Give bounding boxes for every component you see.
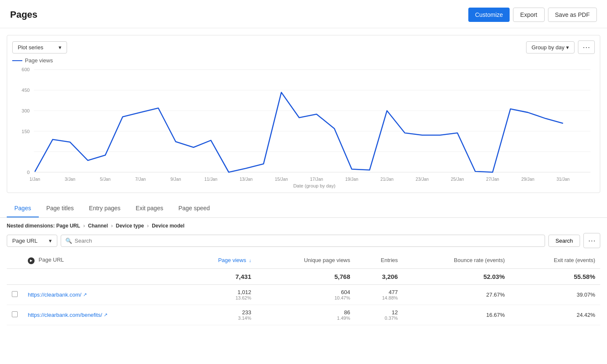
- svg-text:150: 150: [21, 129, 30, 134]
- page-title: Pages: [10, 9, 38, 20]
- svg-text:450: 450: [21, 88, 30, 93]
- svg-text:300: 300: [21, 108, 30, 113]
- table-section: Nested dimensions: Page URL › Channel › …: [0, 218, 607, 330]
- tab-page-titles[interactable]: Page titles: [39, 200, 81, 217]
- arrow-icon-2: ›: [111, 223, 113, 229]
- chart-legend: Page views: [12, 57, 595, 64]
- group-by-select[interactable]: Group by day ▾: [526, 41, 575, 54]
- row-page-views-1: 1,012 13.62%: [180, 284, 256, 305]
- chart-top: Plot series ▾ Group by day ▾ ⋯: [12, 40, 595, 54]
- search-button[interactable]: Search: [548, 235, 580, 247]
- chart-area: 600 450 300 150 0 1/Jan 3/Jan 5/Jan 7/Ja…: [12, 65, 595, 187]
- plot-series-select[interactable]: Plot series ▾: [12, 41, 67, 54]
- svg-text:25/Jan: 25/Jan: [451, 177, 464, 182]
- plot-series-label: Plot series: [18, 44, 43, 51]
- search-icon: 🔍: [65, 238, 72, 244]
- svg-text:31/Jan: 31/Jan: [556, 177, 569, 182]
- tab-entry-pages[interactable]: Entry pages: [81, 200, 128, 217]
- row-page-views-pct-1: 13.62%: [185, 295, 251, 300]
- totals-entries: 3,206: [355, 268, 403, 284]
- tab-page-speed[interactable]: Page speed: [171, 200, 218, 217]
- search-input[interactable]: [75, 238, 540, 244]
- arrow-icon-3: ›: [147, 223, 149, 229]
- svg-text:3/Jan: 3/Jan: [65, 177, 75, 182]
- tab-exit-pages[interactable]: Exit pages: [128, 200, 171, 217]
- svg-text:13/Jan: 13/Jan: [239, 177, 252, 182]
- svg-text:15/Jan: 15/Jan: [275, 177, 288, 182]
- row-bounce-1: 27.67%: [403, 284, 510, 305]
- col-unique-page-views[interactable]: Unique page views: [256, 252, 355, 268]
- totals-label: [23, 268, 180, 284]
- chart-section: Plot series ▾ Group by day ▾ ⋯ Page view…: [7, 35, 600, 193]
- checkbox-1[interactable]: [12, 291, 18, 297]
- svg-text:29/Jan: 29/Jan: [521, 177, 534, 182]
- tabs-section: Pages Page titles Entry pages Exit pages…: [0, 200, 607, 218]
- col-checkbox: [7, 252, 23, 268]
- svg-text:11/Jan: 11/Jan: [204, 177, 218, 182]
- svg-text:1/Jan: 1/Jan: [30, 177, 40, 182]
- nested-dimensions: Nested dimensions: Page URL › Channel › …: [7, 223, 600, 229]
- play-col-icon: ▶: [28, 257, 35, 264]
- row-unique-views-pct-1: 10.47%: [261, 295, 350, 300]
- chevron-down-icon: ▾: [59, 44, 62, 51]
- chevron-down-icon: ▾: [566, 44, 569, 51]
- totals-checkbox: [7, 268, 23, 284]
- row-unique-views-2: 86 1.49%: [256, 305, 355, 325]
- totals-unique-page-views: 5,768: [256, 268, 355, 284]
- nested-dims-label: Nested dimensions:: [7, 223, 55, 229]
- svg-text:0: 0: [27, 170, 30, 175]
- dimension-select-label: Page URL: [12, 238, 38, 244]
- line-chart: 600 450 300 150 0 1/Jan 3/Jan 5/Jan 7/Ja…: [12, 65, 595, 187]
- svg-text:9/Jan: 9/Jan: [170, 177, 181, 182]
- svg-text:17/Jan: 17/Jan: [310, 177, 323, 182]
- table-controls: Page URL ▾ 🔍 Search ⋯: [7, 233, 600, 248]
- chevron-down-icon: ▾: [49, 238, 52, 244]
- svg-text:5/Jan: 5/Jan: [100, 177, 110, 182]
- row-page-views-2: 233 3.14%: [180, 305, 256, 325]
- url-link-2[interactable]: https://clearbank.com/benefits/ ↗: [28, 312, 175, 318]
- row-exit-2: 24.42%: [510, 305, 600, 325]
- nested-dim-4: Device model: [152, 223, 184, 229]
- row-entries-2: 12 0.37%: [355, 305, 403, 325]
- chart-top-right: Group by day ▾ ⋯: [526, 40, 595, 54]
- nested-dim-1: Page URL: [56, 223, 80, 229]
- svg-text:27/Jan: 27/Jan: [486, 177, 499, 182]
- row-unique-views-1: 604 10.47%: [256, 284, 355, 305]
- dimension-select[interactable]: Page URL ▾: [7, 235, 57, 247]
- totals-page-views: 7,431: [180, 268, 256, 284]
- search-box: 🔍: [61, 235, 545, 247]
- row-entries-pct-2: 0.37%: [360, 316, 398, 321]
- export-button[interactable]: Export: [513, 8, 544, 22]
- col-bounce-rate[interactable]: Bounce rate (events): [403, 252, 510, 268]
- tab-pages[interactable]: Pages: [7, 200, 39, 217]
- tabs: Pages Page titles Entry pages Exit pages…: [7, 200, 600, 217]
- row-entries-1: 477 14.88%: [355, 284, 403, 305]
- col-exit-rate[interactable]: Exit rate (events): [510, 252, 600, 268]
- totals-row: 7,431 5,768 3,206 52.03% 55.58%: [7, 268, 600, 284]
- chart-more-button[interactable]: ⋯: [578, 40, 595, 54]
- row-checkbox-1[interactable]: [7, 284, 23, 305]
- row-entries-pct-1: 14.88%: [360, 295, 398, 300]
- row-checkbox-2[interactable]: [7, 305, 23, 325]
- header-actions: Customize Export Save as PDF: [468, 8, 597, 22]
- table-row: https://clearbank.com/benefits/ ↗ 233 3.…: [7, 305, 600, 325]
- col-entries[interactable]: Entries: [355, 252, 403, 268]
- table-more-button[interactable]: ⋯: [583, 233, 600, 248]
- row-url-2: https://clearbank.com/benefits/ ↗: [23, 305, 180, 325]
- external-link-icon-1: ↗: [83, 292, 87, 297]
- arrow-icon-1: ›: [83, 223, 85, 229]
- customize-button[interactable]: Customize: [468, 8, 510, 22]
- svg-text:19/Jan: 19/Jan: [345, 177, 358, 182]
- nested-dim-3: Device type: [116, 223, 144, 229]
- row-bounce-2: 16.67%: [403, 305, 510, 325]
- nested-dim-2: Channel: [88, 223, 108, 229]
- svg-text:23/Jan: 23/Jan: [416, 177, 429, 182]
- checkbox-2[interactable]: [12, 311, 18, 317]
- url-link-1[interactable]: https://clearbank.com/ ↗: [28, 292, 175, 298]
- col-page-views[interactable]: Page views ↓: [180, 252, 256, 268]
- data-table: ▶ Page URL Page views ↓ Unique page view…: [7, 252, 600, 325]
- svg-text:7/Jan: 7/Jan: [135, 177, 146, 182]
- legend-label: Page views: [25, 57, 53, 64]
- save-pdf-button[interactable]: Save as PDF: [548, 8, 597, 22]
- svg-text:21/Jan: 21/Jan: [381, 177, 394, 182]
